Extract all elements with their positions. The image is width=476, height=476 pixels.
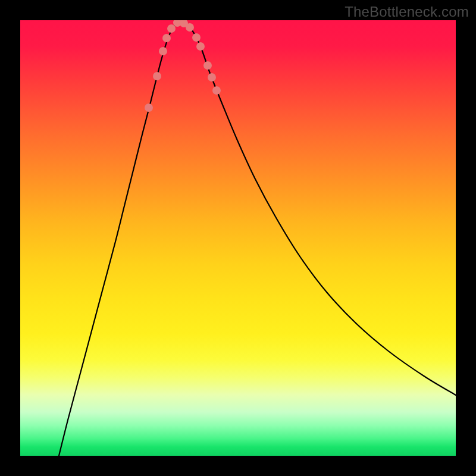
highlight-dot	[192, 33, 201, 42]
highlight-dot	[203, 61, 212, 70]
highlight-dot	[167, 24, 176, 33]
highlight-dots	[145, 20, 221, 112]
highlight-dot	[153, 72, 161, 80]
highlight-dot	[196, 42, 205, 51]
highlight-dot	[208, 73, 216, 82]
highlight-dot	[186, 23, 194, 32]
bottleneck-curve	[59, 23, 456, 456]
watermark-text: TheBottleneck.com	[345, 4, 469, 20]
curve-layer	[20, 20, 456, 456]
chart-frame: TheBottleneck.com	[0, 0, 476, 476]
highlight-dot	[159, 47, 167, 55]
plot-area	[20, 20, 456, 456]
highlight-dot	[212, 86, 221, 95]
highlight-dot	[145, 104, 153, 112]
highlight-dot	[162, 34, 171, 42]
